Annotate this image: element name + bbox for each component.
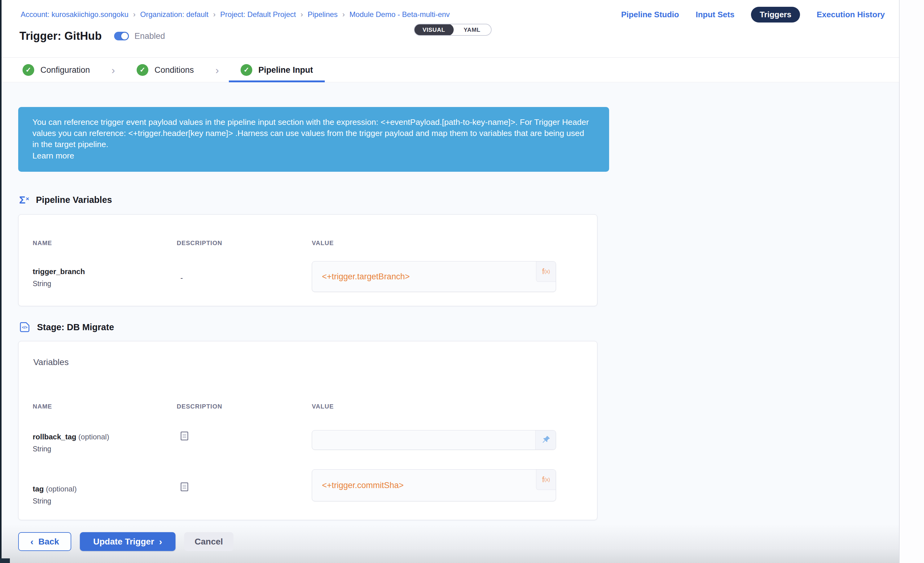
variables-panel-title: Variables bbox=[33, 357, 69, 367]
svg-text:</>: </> bbox=[22, 325, 27, 329]
table-header: NAME DESCRIPTION VALUE bbox=[33, 240, 583, 247]
step-conditions[interactable]: ✓ Conditions bbox=[125, 58, 206, 82]
pin-input-type-button[interactable] bbox=[536, 430, 556, 449]
info-banner-text: You can reference trigger event payload … bbox=[32, 117, 589, 149]
enabled-toggle-label: Enabled bbox=[135, 31, 165, 41]
step-pipeline-input-label: Pipeline Input bbox=[258, 65, 313, 75]
tag-value-input[interactable]: <+trigger.commitSha> f(x) bbox=[312, 469, 556, 501]
sidebar-bottom-corner bbox=[0, 559, 10, 563]
footer-bar: ‹ Back Update Trigger › Cancel bbox=[2, 524, 899, 563]
nav-input-sets[interactable]: Input Sets bbox=[696, 10, 735, 19]
pipeline-variables-heading: Σ× Pipeline Variables bbox=[19, 195, 112, 205]
fx-expression-button[interactable]: f(x) bbox=[536, 470, 556, 490]
right-gutter bbox=[900, 0, 924, 563]
learn-more-link[interactable]: Learn more bbox=[32, 150, 592, 161]
rollback-tag-value-input[interactable] bbox=[312, 430, 556, 450]
nav-execution-history[interactable]: Execution History bbox=[817, 10, 885, 19]
collapsed-sidebar-edge bbox=[0, 0, 2, 563]
title-row: Trigger: GitHub Enabled bbox=[20, 30, 165, 43]
check-circle-icon: ✓ bbox=[22, 64, 34, 76]
breadcrumb-pipeline-name[interactable]: Module Demo - Beta-multi-env bbox=[350, 10, 450, 19]
column-value: VALUE bbox=[312, 403, 583, 410]
variable-name: tag (optional) bbox=[33, 485, 177, 493]
visual-yaml-toggle: VISUAL YAML bbox=[414, 24, 492, 36]
breadcrumb-separator: › bbox=[133, 10, 136, 19]
update-trigger-button[interactable]: Update Trigger › bbox=[80, 532, 176, 551]
breadcrumb-pipelines[interactable]: Pipelines bbox=[308, 10, 338, 19]
step-configuration[interactable]: ✓ Configuration bbox=[11, 58, 102, 82]
variable-description-cell bbox=[177, 430, 312, 453]
pipeline-variables-icon: Σ× bbox=[19, 195, 29, 205]
description-icon[interactable] bbox=[180, 431, 189, 440]
breadcrumb-account[interactable]: Account: kurosakiichigo.songoku bbox=[21, 10, 129, 19]
chevron-right-icon: › bbox=[216, 64, 219, 76]
column-value: VALUE bbox=[312, 240, 583, 247]
column-description: DESCRIPTION bbox=[177, 240, 312, 247]
check-circle-icon: ✓ bbox=[240, 64, 252, 76]
chevron-right-icon: › bbox=[159, 536, 162, 547]
pin-icon bbox=[541, 435, 551, 445]
stage-title: Stage: DB Migrate bbox=[37, 322, 114, 332]
chevron-right-icon: › bbox=[112, 64, 115, 76]
step-conditions-label: Conditions bbox=[154, 65, 194, 75]
page-title: Trigger: GitHub bbox=[20, 30, 102, 43]
breadcrumb-project[interactable]: Project: Default Project bbox=[220, 10, 296, 19]
breadcrumb-separator: › bbox=[300, 10, 303, 19]
table-row: tag (optional) String <+trigger.commitSh… bbox=[33, 469, 583, 505]
fx-expression-button[interactable]: f(x) bbox=[536, 262, 556, 282]
variable-description-cell bbox=[177, 469, 312, 505]
expression-value: <+trigger.commitSha> bbox=[312, 481, 404, 490]
trigger-wizard-stepper: ✓ Configuration › ✓ Conditions › ✓ Pipel… bbox=[2, 58, 899, 82]
column-description: DESCRIPTION bbox=[177, 403, 312, 410]
variable-name-cell: trigger_branch String bbox=[33, 261, 177, 292]
table-row: trigger_branch String - <+trigger.target… bbox=[33, 261, 583, 292]
variable-type: String bbox=[33, 497, 177, 505]
variable-name: trigger_branch bbox=[33, 267, 177, 276]
info-banner: You can reference trigger event payload … bbox=[18, 107, 609, 172]
breadcrumb-organization[interactable]: Organization: default bbox=[140, 10, 208, 19]
variable-name: rollback_tag (optional) bbox=[33, 433, 177, 441]
toggle-knob-icon bbox=[121, 32, 129, 40]
stage-icon: </> bbox=[19, 322, 30, 333]
variable-name-cell: tag (optional) String bbox=[33, 469, 177, 505]
chevron-left-icon: ‹ bbox=[30, 536, 34, 547]
table-header: NAME DESCRIPTION VALUE bbox=[33, 403, 583, 410]
nav-triggers[interactable]: Triggers bbox=[751, 7, 800, 22]
pipeline-variables-title: Pipeline Variables bbox=[36, 195, 112, 205]
variable-description: - bbox=[177, 261, 312, 292]
step-pipeline-input[interactable]: ✓ Pipeline Input bbox=[229, 58, 325, 82]
enabled-toggle[interactable] bbox=[114, 32, 129, 40]
pipeline-input-tab-content: You can reference trigger event payload … bbox=[2, 82, 899, 563]
column-name: NAME bbox=[33, 403, 177, 410]
trigger-branch-value-input[interactable]: <+trigger.targetBranch> f(x) bbox=[312, 261, 556, 292]
table-row: rollback_tag (optional) String bbox=[33, 430, 583, 453]
stage-variables-card: Variables NAME DESCRIPTION VALUE rollbac… bbox=[18, 341, 597, 520]
variable-type: String bbox=[33, 445, 177, 453]
stage-heading: </> Stage: DB Migrate bbox=[19, 322, 114, 333]
pipeline-top-nav: Pipeline Studio Input Sets Triggers Exec… bbox=[621, 7, 885, 22]
variable-name-cell: rollback_tag (optional) String bbox=[33, 430, 177, 453]
column-name: NAME bbox=[33, 240, 177, 247]
cancel-button[interactable]: Cancel bbox=[184, 532, 234, 551]
pipeline-variables-card: NAME DESCRIPTION VALUE trigger_branch St… bbox=[18, 214, 597, 306]
breadcrumb-separator: › bbox=[342, 10, 345, 19]
expression-value: <+trigger.targetBranch> bbox=[312, 272, 410, 282]
main-panel: Account: kurosakiichigo.songoku › Organi… bbox=[2, 0, 900, 563]
nav-pipeline-studio[interactable]: Pipeline Studio bbox=[621, 10, 679, 19]
visual-tab[interactable]: VISUAL bbox=[414, 24, 454, 36]
step-configuration-label: Configuration bbox=[40, 65, 90, 75]
breadcrumb-separator: › bbox=[213, 10, 216, 19]
variable-type: String bbox=[33, 280, 177, 288]
back-button[interactable]: ‹ Back bbox=[18, 532, 71, 551]
description-icon[interactable] bbox=[180, 482, 189, 491]
page-header: Account: kurosakiichigo.songoku › Organi… bbox=[2, 0, 899, 58]
yaml-tab[interactable]: YAML bbox=[453, 24, 491, 35]
check-circle-icon: ✓ bbox=[136, 64, 148, 76]
breadcrumb: Account: kurosakiichigo.songoku › Organi… bbox=[21, 10, 450, 19]
